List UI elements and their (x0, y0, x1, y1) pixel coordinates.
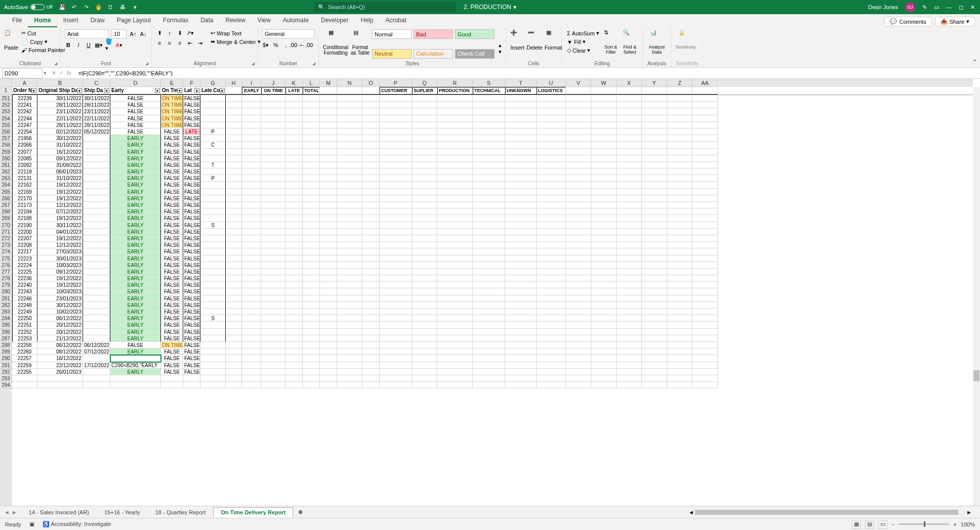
cell[interactable]: EARLY (110, 315, 161, 322)
row-header[interactable]: 292 (0, 369, 12, 375)
cell[interactable] (505, 102, 537, 108)
cell[interactable] (83, 149, 110, 155)
cell[interactable] (566, 122, 591, 128)
cell[interactable]: FALSE (183, 189, 200, 195)
cell[interactable]: 10/02/2023 (37, 308, 83, 315)
cell[interactable] (200, 362, 226, 369)
cell[interactable]: EARLY (110, 162, 161, 168)
cell[interactable] (337, 108, 362, 115)
cell[interactable]: FALSE (183, 215, 200, 222)
tab-developer[interactable]: Developer (315, 14, 355, 27)
cell[interactable] (285, 355, 303, 362)
column-header[interactable]: I (242, 79, 261, 87)
cell[interactable] (617, 155, 642, 162)
tab-formulas[interactable]: Formulas (157, 14, 194, 27)
cell[interactable] (505, 282, 537, 288)
cell[interactable] (473, 208, 505, 215)
cell[interactable]: 22253 (12, 335, 37, 342)
cell[interactable] (380, 355, 412, 362)
cell[interactable] (242, 262, 261, 269)
cell[interactable] (200, 149, 226, 155)
cell[interactable] (566, 269, 591, 275)
cell[interactable] (226, 302, 242, 308)
column-header[interactable]: X (617, 79, 642, 87)
column-header[interactable]: U (537, 79, 566, 87)
cell[interactable] (242, 382, 261, 388)
cell[interactable] (692, 168, 718, 175)
pen-icon[interactable]: ✎ (922, 4, 927, 11)
cell[interactable] (362, 275, 380, 282)
cell[interactable] (591, 235, 617, 242)
cell[interactable] (537, 329, 566, 335)
cell[interactable]: 22118 (12, 168, 37, 175)
cell[interactable] (362, 115, 380, 122)
cell[interactable] (667, 229, 692, 235)
row-header[interactable]: 1 (0, 87, 12, 95)
cell[interactable] (667, 182, 692, 188)
cell[interactable] (362, 342, 380, 348)
cell[interactable] (83, 282, 110, 288)
cell[interactable] (242, 329, 261, 335)
cell[interactable] (537, 269, 566, 275)
cell[interactable]: 31/08/2022 (37, 162, 83, 168)
cell[interactable] (537, 162, 566, 168)
cell[interactable]: ON TIME (161, 115, 183, 122)
cell[interactable] (617, 288, 642, 295)
cell[interactable] (261, 262, 285, 269)
cell[interactable] (303, 248, 320, 255)
cell[interactable] (285, 322, 303, 328)
cell[interactable] (303, 362, 320, 369)
cell[interactable]: 22239 (12, 95, 37, 102)
cell[interactable] (303, 315, 320, 322)
cell[interactable] (437, 362, 473, 369)
cell[interactable]: 12/12/2022 (37, 242, 83, 248)
cell[interactable] (642, 275, 667, 282)
cell[interactable] (285, 168, 303, 175)
cell[interactable] (320, 295, 337, 302)
cell[interactable] (337, 122, 362, 128)
tab-draw[interactable]: Draw (85, 14, 111, 27)
minimize-icon[interactable]: ― (946, 4, 952, 10)
cell[interactable] (566, 168, 591, 175)
row-header[interactable]: 293 (0, 375, 12, 382)
cell[interactable] (83, 255, 110, 262)
user-name[interactable]: Dean Jones (868, 4, 898, 10)
cell[interactable]: 10/03/2023 (37, 288, 83, 295)
cell[interactable] (667, 355, 692, 362)
cell[interactable] (591, 242, 617, 248)
cell[interactable] (83, 162, 110, 168)
row-header[interactable]: 271 (0, 229, 12, 235)
cell[interactable] (617, 108, 642, 115)
cell[interactable] (242, 355, 261, 362)
cell[interactable] (261, 308, 285, 315)
cell[interactable] (412, 308, 437, 315)
cell[interactable] (320, 275, 337, 282)
cell[interactable] (617, 202, 642, 208)
cell[interactable] (566, 222, 591, 229)
cell[interactable]: 22257 (12, 355, 37, 362)
cell[interactable] (337, 308, 362, 315)
cell[interactable] (303, 235, 320, 242)
cell[interactable]: EARLY (110, 195, 161, 202)
header-cell[interactable] (320, 87, 337, 95)
cell[interactable]: 06/12/2022 (83, 342, 110, 348)
header-cell[interactable] (667, 87, 692, 95)
cell[interactable] (537, 142, 566, 148)
cell[interactable]: 06/01/2023 (37, 168, 83, 175)
cell[interactable] (591, 115, 617, 122)
tab-home[interactable]: Home (28, 14, 57, 27)
cell[interactable] (412, 362, 437, 369)
cell[interactable] (12, 382, 37, 388)
cell[interactable] (437, 322, 473, 328)
cell[interactable] (337, 222, 362, 229)
cell[interactable]: EARLY (110, 282, 161, 288)
cell[interactable] (303, 175, 320, 182)
cell[interactable]: 30/11/2022 (83, 95, 110, 102)
cell[interactable]: FALSE (161, 269, 183, 275)
cell[interactable] (591, 229, 617, 235)
cell[interactable] (261, 369, 285, 375)
cell[interactable]: 19/12/2022 (37, 189, 83, 195)
row-header[interactable]: 254 (0, 115, 12, 122)
cell[interactable] (337, 128, 362, 135)
cell[interactable] (261, 102, 285, 108)
